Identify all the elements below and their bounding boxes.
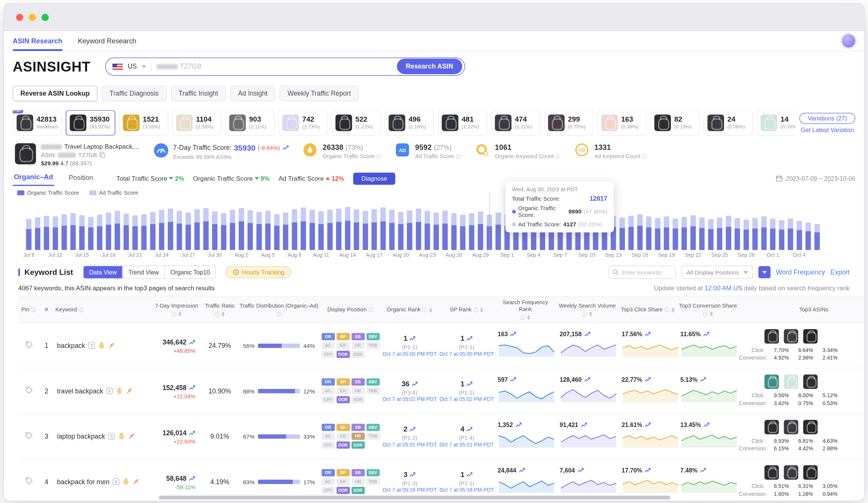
chart-bar[interactable] xyxy=(221,213,226,250)
info-icon[interactable]: ⓘ xyxy=(215,311,220,317)
position-badge-or[interactable]: OR xyxy=(321,469,335,477)
chart-bar[interactable] xyxy=(425,211,430,250)
position-badge-trb[interactable]: TRB xyxy=(366,342,379,349)
view-organic-top10[interactable]: Organic Top10 xyxy=(164,266,215,278)
info-icon[interactable]: ⓘ xyxy=(642,153,647,159)
chart-bar[interactable] xyxy=(238,208,244,250)
position-badge-ac[interactable]: AC xyxy=(321,478,335,485)
variation-card[interactable]: 1104(2.58%) xyxy=(172,110,222,136)
chart-tab-organic-ad[interactable]: Organic–Ad xyxy=(13,171,54,186)
chart-bar[interactable] xyxy=(434,212,439,250)
variation-card[interactable]: Par.42813Variations (27) xyxy=(13,110,62,136)
chart-bar[interactable] xyxy=(761,216,767,250)
rank-timestamp[interactable]: Oct 7 at 05:00 PM PDT xyxy=(439,351,494,358)
get-latest-variation-link[interactable]: Get Latest Variation xyxy=(801,127,854,133)
variation-card[interactable]: 24(0.06%) xyxy=(704,110,753,136)
rank-timestamp[interactable]: Oct 7 at 05:16 PM PDT xyxy=(439,487,494,494)
chart-bar[interactable] xyxy=(752,218,758,250)
position-badge-sp[interactable]: SP xyxy=(336,469,350,477)
rank-timestamp[interactable]: Oct 7 at 05:16 PM PDT xyxy=(380,487,439,494)
sort-icon[interactable] xyxy=(710,312,713,317)
variation-card[interactable]: 522(1.22%) xyxy=(332,110,381,136)
position-badge-hr[interactable]: HR xyxy=(351,387,364,395)
keyword-search-input[interactable] xyxy=(622,269,672,276)
chart-bar[interactable] xyxy=(717,217,723,250)
pin-tag-icon[interactable] xyxy=(24,477,33,485)
chart-bar[interactable] xyxy=(256,212,262,250)
trend-icon[interactable] xyxy=(703,332,710,337)
trend-icon[interactable] xyxy=(645,468,651,473)
chart-bar[interactable] xyxy=(318,211,324,250)
date-range-picker[interactable]: 2023-07-09 ~ 2023-10-06 xyxy=(775,175,855,182)
keyword-text[interactable]: travel backpack xyxy=(57,387,103,395)
position-badge-hr[interactable]: HR xyxy=(351,342,364,349)
info-icon[interactable]: ⓘ xyxy=(555,153,561,159)
chart-bar[interactable] xyxy=(354,209,359,250)
column-header-search-frequency-rank[interactable]: Search Frequency Rankⓘ xyxy=(494,297,556,323)
variations-button[interactable]: Variations (27) xyxy=(799,113,855,123)
variation-card[interactable]: 14(0.03%) xyxy=(757,110,796,136)
chart-bar[interactable] xyxy=(664,216,669,250)
trend-icon[interactable] xyxy=(409,426,416,432)
position-badge-er[interactable]: ER xyxy=(336,387,350,395)
chart-bar[interactable] xyxy=(407,210,413,250)
chart-bar[interactable] xyxy=(53,216,58,250)
chart-bar[interactable] xyxy=(805,223,811,250)
position-badge-sor[interactable]: SOR xyxy=(351,487,364,494)
asin-thumbnail[interactable] xyxy=(764,465,779,479)
asin-thumbnail[interactable] xyxy=(764,420,779,434)
variation-card[interactable]: 299(0.70%) xyxy=(544,110,593,136)
info-icon[interactable]: ⓘ xyxy=(277,311,282,317)
trend-icon[interactable] xyxy=(189,385,196,391)
diagnose-button[interactable]: Diagnose xyxy=(353,172,395,184)
rank-timestamp[interactable]: Oct 7 at 05:02 PM PDT xyxy=(439,396,494,403)
info-icon[interactable]: ⓘ xyxy=(703,311,708,317)
variation-card[interactable]: 1521(3.55%) xyxy=(119,110,168,136)
chart-bar[interactable] xyxy=(44,216,49,250)
sort-icon[interactable] xyxy=(429,308,432,312)
position-badge-oor[interactable]: OOR xyxy=(336,396,350,404)
trend-icon[interactable] xyxy=(510,377,517,383)
chart-bar[interactable] xyxy=(655,218,660,250)
chart-bar[interactable] xyxy=(274,214,280,250)
trend-icon[interactable] xyxy=(577,468,584,473)
trend-icon[interactable] xyxy=(700,468,707,473)
asin-thumbnail[interactable] xyxy=(803,420,818,434)
position-badge-sbv[interactable]: SBV xyxy=(366,469,379,477)
chart-bar[interactable] xyxy=(495,212,501,250)
asin-thumbnail[interactable] xyxy=(784,374,798,389)
rank-timestamp[interactable]: Oct 7 at 05:01 PM PDT xyxy=(439,442,494,449)
info-icon[interactable]: ⓘ xyxy=(171,311,177,317)
chart-bar[interactable] xyxy=(690,215,696,250)
tab-traffic-diagnosis[interactable]: Traffic Diagnosis xyxy=(102,86,166,101)
column-header-display-position[interactable]: Display Positionⓘ xyxy=(321,304,381,315)
nav-tab-asin-research[interactable]: ASIN Research xyxy=(13,31,63,51)
position-badge-sp[interactable]: SP xyxy=(336,424,350,431)
sort-icon[interactable] xyxy=(671,308,675,312)
chart-bar[interactable] xyxy=(398,212,403,250)
asin-thumbnail[interactable] xyxy=(764,374,779,389)
pin-tag-icon[interactable] xyxy=(24,341,33,349)
column-header-7-day-impression[interactable]: 7-Day Impressionⓘ xyxy=(151,300,202,320)
chart-bar[interactable] xyxy=(362,211,368,250)
trend-icon[interactable] xyxy=(466,381,473,387)
position-badge-sbv[interactable]: SBV xyxy=(366,379,379,386)
position-badge-ac[interactable]: AC xyxy=(321,342,335,349)
chart-bar[interactable] xyxy=(168,209,173,250)
asin-thumbnail[interactable] xyxy=(784,420,798,434)
trend-icon[interactable] xyxy=(466,472,473,477)
chart-bar[interactable] xyxy=(283,212,289,250)
sort-icon[interactable] xyxy=(179,312,182,317)
info-icon[interactable]: ⓘ xyxy=(520,314,526,321)
sort-icon[interactable] xyxy=(527,315,530,320)
chart-bar[interactable] xyxy=(380,207,386,250)
trend-icon[interactable] xyxy=(584,332,591,337)
chart-bar[interactable] xyxy=(35,217,41,250)
word-frequency-link[interactable]: Word Frequency xyxy=(776,268,825,276)
expand-filters-button[interactable] xyxy=(758,266,770,278)
chart-bar[interactable] xyxy=(743,219,749,250)
variation-card[interactable]: 496(1.16%) xyxy=(385,110,434,136)
position-badge-trb[interactable]: TRB xyxy=(366,478,379,485)
position-badge-oor[interactable]: OOR xyxy=(336,487,350,494)
position-badge-sb[interactable]: SB xyxy=(351,424,364,431)
